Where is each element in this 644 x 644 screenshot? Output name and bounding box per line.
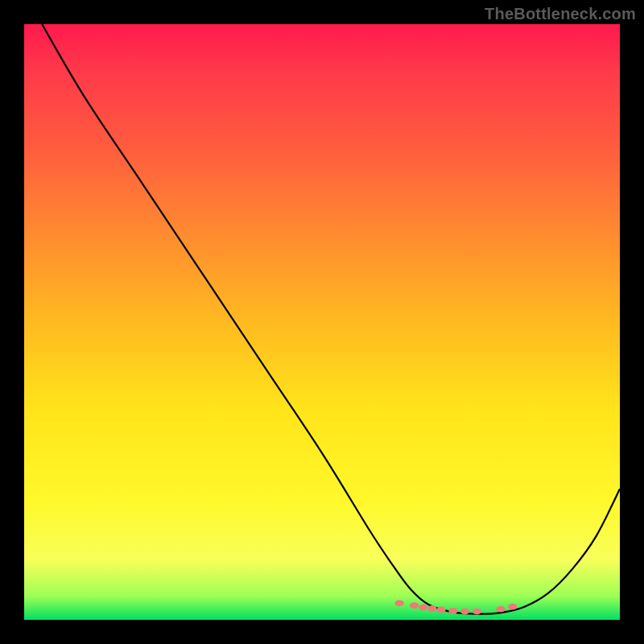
marker-dot	[410, 602, 419, 609]
marker-dot	[460, 609, 469, 615]
chart-container: TheBottleneck.com	[0, 0, 644, 644]
marker-dot	[427, 605, 436, 612]
watermark-text: TheBottleneck.com	[485, 5, 636, 23]
marker-dot	[436, 607, 445, 613]
marker-dot	[473, 609, 481, 615]
marker-dot	[448, 608, 457, 614]
marker-dot	[395, 600, 404, 606]
marker-dot	[496, 606, 505, 613]
marker-dot	[419, 605, 427, 611]
chart-svg	[24, 24, 620, 620]
marker-dot	[508, 604, 517, 610]
curve-line	[42, 24, 620, 614]
